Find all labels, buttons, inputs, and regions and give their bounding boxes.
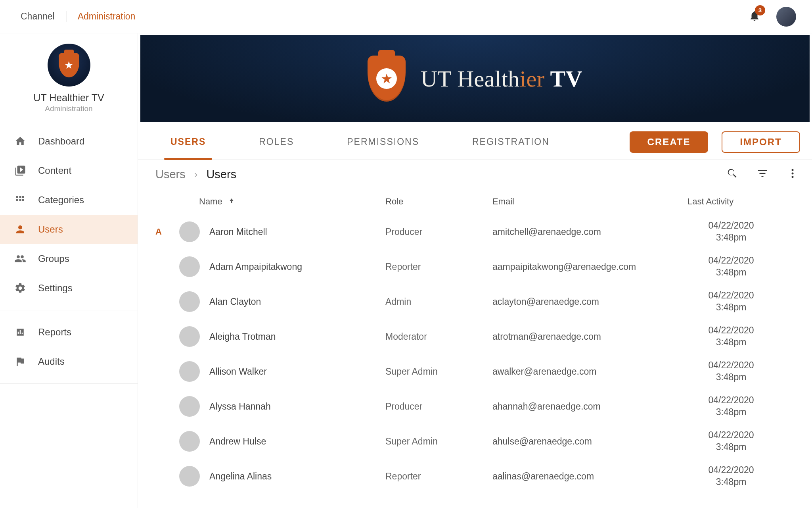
table-row[interactable]: Alyssa Hannah Producer ahannah@arenaedge… [155, 389, 799, 424]
user-role: Super Admin [385, 366, 492, 377]
tab-users[interactable]: USERS [170, 125, 207, 159]
tab-roles[interactable]: ROLES [258, 125, 295, 159]
users-table: Name Role Email Last Activity A Aaron Mi… [138, 189, 812, 508]
tab-permissions[interactable]: PERMISSIONS [346, 125, 420, 159]
sidebar: ★ UT Healthier TV Administration Dashboa… [0, 33, 138, 508]
user-avatar [179, 221, 200, 242]
user-avatar [179, 256, 200, 277]
user-last-activity: 04/22/20203:48pm [688, 394, 799, 418]
sidebar-item-label: Categories [38, 194, 84, 206]
user-avatar [179, 361, 200, 382]
sidebar-item-settings[interactable]: Settings [0, 273, 138, 303]
channel-banner: ★ UT Healthier TV [138, 33, 812, 125]
column-email[interactable]: Email [492, 196, 688, 207]
table-row[interactable]: Angelina Alinas Reporter aalinas@arenaed… [155, 459, 799, 494]
user-role: Reporter [385, 471, 492, 482]
sort-asc-icon [228, 196, 235, 207]
column-role[interactable]: Role [385, 196, 492, 207]
svg-point-5 [792, 176, 794, 178]
topbar-crumb-administration[interactable]: Administration [78, 11, 136, 22]
svg-rect-2 [22, 333, 23, 334]
brand-block: ★ UT Healthier TV Administration [0, 33, 138, 123]
home-icon [14, 135, 26, 147]
breadcrumb-current: Users [206, 168, 236, 181]
sidebar-item-dashboard[interactable]: Dashboard [0, 127, 138, 156]
sidebar-item-reports[interactable]: Reports [0, 318, 138, 347]
user-name: Andrew Hulse [199, 436, 385, 447]
svg-point-3 [792, 169, 794, 171]
sidebar-item-label: Groups [38, 253, 69, 264]
user-role: Reporter [385, 262, 492, 272]
user-last-activity: 04/22/20203:48pm [688, 464, 799, 488]
sidebar-item-audits[interactable]: Audits [0, 347, 138, 376]
user-last-activity: 04/22/20203:48pm [688, 325, 799, 348]
user-name: Adam Ampaipitakwong [199, 262, 385, 272]
user-role: Producer [385, 227, 492, 237]
user-role: Moderator [385, 331, 492, 342]
sidebar-item-label: Reports [38, 327, 71, 338]
user-email: amitchell@arenaedge.com [492, 227, 688, 237]
video-icon [14, 165, 26, 177]
sidebar-item-categories[interactable]: Categories [0, 185, 138, 215]
user-avatar [179, 326, 200, 347]
sidebar-item-label: Dashboard [38, 136, 84, 147]
brand-subtitle: Administration [0, 104, 138, 113]
user-avatar [179, 466, 200, 487]
notifications-button[interactable]: 3 [749, 10, 760, 23]
topbar-crumb-channel[interactable]: Channel [21, 11, 67, 22]
brand-logo: ★ [48, 44, 90, 87]
table-row[interactable]: Alan Clayton Admin aclayton@arenaedge.co… [155, 284, 799, 319]
sidebar-nav: Dashboard Content Categories Users Group… [0, 127, 138, 391]
user-last-activity: 04/22/20203:48pm [688, 290, 799, 314]
sidebar-item-users[interactable]: Users [0, 215, 138, 244]
top-bar: Channel Administration 3 [0, 0, 812, 33]
grid-icon [14, 194, 26, 206]
sidebar-item-content[interactable]: Content [0, 156, 138, 185]
search-icon[interactable] [726, 167, 738, 181]
user-avatar [179, 396, 200, 417]
user-email: aalinas@arenaedge.com [492, 471, 688, 482]
user-icon [14, 223, 26, 235]
table-row[interactable]: Aleigha Trotman Moderator atrotman@arena… [155, 319, 799, 354]
table-row[interactable]: A Aaron Mitchell Producer amitchell@aren… [155, 214, 799, 249]
user-name: Angelina Alinas [199, 471, 385, 482]
user-name: Allison Walker [199, 366, 385, 377]
sidebar-item-groups[interactable]: Groups [0, 244, 138, 273]
user-name: Aleigha Trotman [199, 331, 385, 342]
gear-icon [14, 282, 26, 294]
user-avatar [179, 291, 200, 312]
sidebar-item-label: Audits [38, 356, 65, 367]
tabs-row: USERS ROLES PERMISSIONS REGISTRATION CRE… [138, 125, 812, 160]
user-email: awalker@arenaedge.com [492, 366, 688, 377]
chevron-right-icon: › [194, 168, 198, 181]
user-avatar [179, 431, 200, 452]
banner-title: UT Healthier TV [421, 65, 582, 92]
brand-title: UT Healthier TV [0, 92, 138, 104]
sidebar-item-label: Users [38, 224, 63, 235]
user-email: ahannah@arenaedge.com [492, 401, 688, 412]
svg-rect-0 [18, 332, 19, 334]
table-row[interactable]: Andrew Hulse Super Admin ahulse@arenaedg… [155, 424, 799, 459]
table-row[interactable]: Adam Ampaipitakwong Reporter aampaipitak… [155, 249, 799, 284]
create-button[interactable]: CREATE [630, 131, 708, 153]
column-name[interactable]: Name [199, 196, 385, 207]
sidebar-item-label: Content [38, 165, 71, 176]
user-name: Alan Clayton [199, 296, 385, 307]
user-email: aampaipitakwong@arenaedge.com [492, 262, 688, 272]
sidebar-item-label: Settings [38, 283, 73, 294]
user-last-activity: 04/22/20203:48pm [688, 220, 799, 244]
user-email: atrotman@arenaedge.com [492, 331, 688, 342]
user-last-activity: 04/22/20203:48pm [688, 429, 799, 453]
breadcrumb-root[interactable]: Users [155, 168, 186, 181]
more-icon[interactable] [787, 167, 799, 181]
table-row[interactable]: Allison Walker Super Admin awalker@arena… [155, 354, 799, 389]
bar-chart-icon [14, 326, 26, 338]
tab-registration[interactable]: REGISTRATION [471, 125, 550, 159]
group-icon [14, 253, 26, 265]
nav-divider [0, 383, 138, 384]
filter-icon[interactable] [756, 167, 768, 181]
profile-avatar[interactable] [776, 7, 796, 27]
table-header: Name Role Email Last Activity [155, 189, 799, 214]
import-button[interactable]: IMPORT [722, 131, 800, 153]
column-last-activity[interactable]: Last Activity [688, 196, 799, 207]
